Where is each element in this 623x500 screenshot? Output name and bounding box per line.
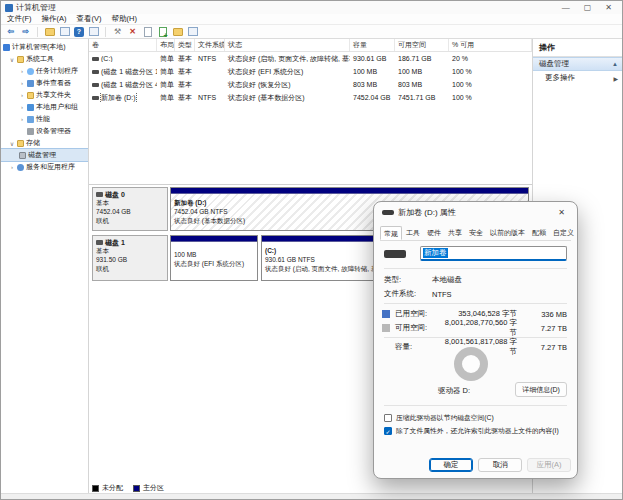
expander-icon[interactable]: ›: [19, 104, 25, 110]
tab-sharing[interactable]: 共享: [445, 226, 465, 240]
back-icon[interactable]: ⇦: [5, 26, 16, 37]
toolbar: ⇦ ⇨ ? ⚒ ✕: [1, 25, 622, 39]
actions-more[interactable]: 更多操作 ▶: [533, 71, 623, 85]
storage-icon: [17, 140, 24, 147]
ok-button[interactable]: 确定: [429, 458, 473, 472]
menu-help[interactable]: 帮助(H): [112, 14, 137, 24]
submenu-arrow-icon: ▶: [613, 75, 618, 82]
menu-view[interactable]: 查看(V): [77, 14, 102, 24]
export-list-icon[interactable]: [60, 27, 70, 36]
expander-icon[interactable]: ›: [19, 92, 25, 98]
table-row[interactable]: (磁盘 1 磁盘分区 1) 简单基本 状态良好 (EFI 系统分区) 100 M…: [89, 65, 532, 78]
expander-icon[interactable]: ›: [19, 116, 25, 122]
view-icon[interactable]: [188, 27, 198, 36]
volume-list: 卷 布局 类型 文件系统 状态 容量 可用空间 % 可用 (C:) 简单基本 N…: [89, 39, 532, 185]
maximize-button[interactable]: ▢: [584, 3, 592, 12]
partition-efi[interactable]: 100 MB 状态良好 (EFI 系统分区): [170, 235, 258, 281]
new-volume-icon[interactable]: [159, 27, 167, 37]
expander-icon[interactable]: ∨: [9, 140, 15, 147]
compress-checkbox[interactable]: [384, 414, 392, 422]
volume-label-input[interactable]: 新加卷: [420, 246, 567, 261]
menu-file[interactable]: 文件(F): [7, 14, 32, 24]
disk-1-label[interactable]: 磁盘 1 基本 931.50 GB 联机: [92, 235, 168, 281]
col-type[interactable]: 类型: [175, 39, 195, 51]
collapse-icon[interactable]: ▲: [612, 61, 618, 67]
tab-customize[interactable]: 自定义: [550, 226, 577, 240]
computer-management-window: 计算机管理 — ▢ ✕ 文件(F) 操作(A) 查看(V) 帮助(H) ⇦ ⇨ …: [0, 0, 623, 500]
col-pct-free[interactable]: % 可用: [449, 39, 532, 51]
disk-usage-donut-chart: [454, 347, 488, 381]
tree-item-device-manager[interactable]: 设备管理器: [1, 125, 88, 137]
delete-volume-icon[interactable]: ✕: [127, 26, 138, 37]
tree-root-computer-management[interactable]: 计算机管理(本地): [1, 41, 88, 53]
minimize-button[interactable]: —: [562, 3, 570, 12]
tree-item-disk-management[interactable]: 磁盘管理: [1, 149, 88, 161]
table-row[interactable]: (磁盘 1 磁盘分区 4) 简单基本 状态良好 (恢复分区) 803 MB803…: [89, 78, 532, 91]
index-checkbox-label[interactable]: 除了文件属性外，还允许索引此驱动器上文件的内容(I): [396, 426, 559, 436]
tree-item-local-users-groups[interactable]: › 本地用户和组: [1, 101, 88, 113]
properties-icon[interactable]: [144, 27, 152, 37]
tab-previous-versions[interactable]: 以前的版本: [487, 226, 528, 240]
expander-icon[interactable]: ›: [19, 68, 25, 74]
disk-0-label[interactable]: 磁盘 0 基本 7452.04 GB 联机: [92, 187, 168, 231]
table-row[interactable]: (C:) 简单基本 NTFS状态良好 (启动, 页面文件, 故障转储, 基本数据…: [89, 52, 532, 65]
partition-legend: 未分配 主分区: [92, 483, 164, 493]
tree-item-storage[interactable]: ∨ 存储: [1, 137, 88, 149]
primary-partition-swatch: [133, 485, 140, 492]
expander-icon[interactable]: ›: [19, 80, 25, 86]
index-checkbox[interactable]: ✓: [384, 427, 392, 435]
cancel-button[interactable]: 取消: [478, 458, 522, 472]
col-free[interactable]: 可用空间: [395, 39, 449, 51]
tab-security[interactable]: 安全: [466, 226, 486, 240]
task-scheduler-icon: [27, 68, 34, 75]
free-space-swatch: [382, 324, 390, 332]
col-filesystem[interactable]: 文件系统: [195, 39, 225, 51]
tool-icon[interactable]: ⚒: [112, 26, 123, 37]
actions-disk-management[interactable]: 磁盘管理 ▲: [533, 57, 623, 71]
open-folder-icon[interactable]: [173, 28, 183, 36]
tab-quota[interactable]: 配额: [529, 226, 549, 240]
volume-icon: [92, 96, 99, 100]
type-label: 类型:: [384, 275, 432, 285]
col-layout[interactable]: 布局: [157, 39, 175, 51]
tree-item-event-viewer[interactable]: › 事件查看器: [1, 77, 88, 89]
close-button[interactable]: ✕: [605, 3, 612, 12]
tree-item-system-tools[interactable]: ∨ 系统工具: [1, 53, 88, 65]
tab-hardware[interactable]: 硬件: [424, 226, 444, 240]
details-button[interactable]: 详细信息(D): [515, 382, 567, 397]
compress-checkbox-label[interactable]: 压缩此驱动器以节约磁盘空间(C): [396, 413, 494, 423]
dialog-close-icon[interactable]: ✕: [554, 206, 569, 219]
window-title: 计算机管理: [16, 2, 56, 13]
expander-icon[interactable]: ›: [9, 164, 15, 170]
capacity-label: 容量:: [395, 342, 439, 352]
volume-icon: [92, 70, 99, 74]
tree-item-performance[interactable]: › 性能: [1, 113, 88, 125]
free-space-label: 可用空间:: [395, 323, 439, 333]
tree-item-task-scheduler[interactable]: › 任务计划程序: [1, 65, 88, 77]
title-bar: 计算机管理 — ▢ ✕: [1, 1, 622, 14]
table-row[interactable]: 新加卷 (D:) 简单基本 NTFS状态良好 (基本数据分区) 7452.04 …: [89, 91, 532, 104]
expander-icon[interactable]: ∨: [9, 56, 15, 63]
forward-icon[interactable]: ⇨: [20, 26, 31, 37]
col-status[interactable]: 状态: [225, 39, 350, 51]
volume-list-header: 卷 布局 类型 文件系统 状态 容量 可用空间 % 可用: [89, 39, 532, 52]
help-icon[interactable]: ?: [74, 27, 84, 37]
col-volume[interactable]: 卷: [89, 39, 157, 51]
apply-button[interactable]: 应用(A): [527, 458, 571, 472]
tree-item-services-applications[interactable]: › 服务和应用程序: [1, 161, 88, 173]
tab-tools[interactable]: 工具: [403, 226, 423, 240]
unallocated-swatch: [92, 485, 99, 492]
tab-general[interactable]: 常规: [380, 226, 402, 240]
volume-properties-dialog: 新加卷 (D:) 属性 ✕ 常规 工具 硬件 共享 安全 以前的版本 配额 自定…: [373, 201, 578, 479]
system-tools-icon: [17, 56, 24, 63]
menu-action[interactable]: 操作(A): [42, 14, 67, 24]
actions-title: 操作: [533, 39, 623, 57]
disk-management-icon: [19, 152, 26, 159]
show-action-pane-icon[interactable]: [89, 27, 99, 36]
show-console-tree-icon[interactable]: [45, 28, 55, 36]
tree-item-shared-folders[interactable]: › 共享文件夹: [1, 89, 88, 101]
col-capacity[interactable]: 容量: [350, 39, 395, 51]
volume-icon: [92, 57, 99, 61]
local-users-icon: [27, 104, 34, 111]
filesystem-label: 文件系统:: [384, 289, 432, 299]
